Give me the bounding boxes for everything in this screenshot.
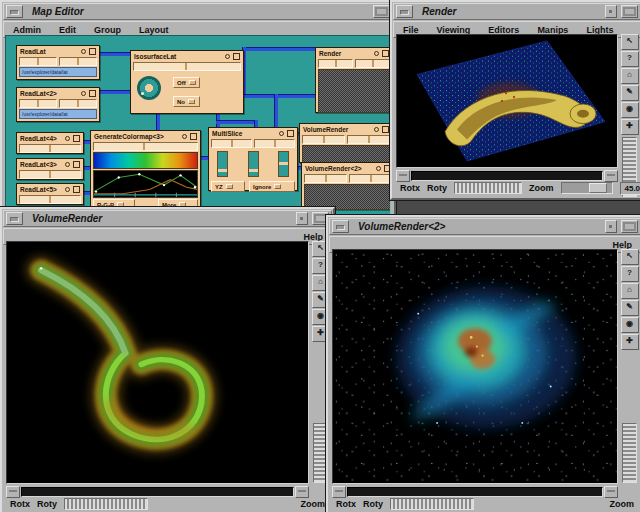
module-open-icon[interactable]: [233, 53, 240, 60]
corner-box[interactable]: [604, 486, 618, 498]
module-open-icon[interactable]: [73, 161, 80, 168]
seek-icon[interactable]: ✚: [621, 119, 639, 135]
module-readlat2[interactable]: ReadLat<2> /usr/explorer/data/lat: [16, 87, 100, 122]
param-slider[interactable]: [93, 142, 198, 151]
minimize-icon[interactable]: [296, 212, 308, 225]
corner-box[interactable]: [604, 170, 618, 182]
module-volumerender2[interactable]: VolumeRender<2>: [301, 162, 391, 210]
menu-group[interactable]: Group: [85, 25, 130, 35]
seek-icon[interactable]: ✚: [621, 334, 639, 350]
menu-editors[interactable]: Editors: [479, 25, 528, 35]
module-open-icon[interactable]: [89, 48, 96, 55]
corner-box[interactable]: [396, 170, 410, 182]
module-render[interactable]: Render: [315, 47, 391, 113]
filename-field[interactable]: /usr/explorer/data/lat: [19, 67, 97, 77]
volumerender2-viewport[interactable]: [332, 249, 618, 484]
option-menu-off[interactable]: Off: [173, 77, 200, 88]
param-slider[interactable]: [19, 195, 81, 204]
zoom-slider[interactable]: [561, 182, 613, 194]
window-menu-icon[interactable]: [6, 212, 23, 225]
param-slider[interactable]: [59, 99, 97, 108]
maximize-icon[interactable]: [621, 5, 638, 18]
param-slider[interactable]: [211, 139, 252, 148]
scroll-trough[interactable]: [21, 487, 294, 497]
module-open-icon[interactable]: [287, 130, 294, 137]
module-generatecolormap[interactable]: GenerateColormap<3> R-G-B More Opacity R…: [90, 130, 201, 212]
module-multislice[interactable]: MultiSlice YZ Ignore: [208, 127, 298, 191]
module-open-icon[interactable]: [382, 126, 389, 133]
module-collapse-icon[interactable]: [65, 136, 70, 141]
help-icon[interactable]: ?: [621, 51, 639, 67]
maximize-icon[interactable]: [373, 5, 390, 18]
volumerender2-titlebar[interactable]: VolumeRender<2>: [329, 218, 640, 235]
menu-help[interactable]: Help: [604, 240, 640, 250]
render-viewport[interactable]: [396, 34, 618, 168]
volumerender-viewport[interactable]: [6, 241, 309, 484]
module-volumerender[interactable]: VolumeRender: [299, 123, 391, 163]
home-icon[interactable]: ⌂: [621, 283, 639, 299]
vertical-slider[interactable]: [278, 151, 289, 177]
menu-admin[interactable]: Admin: [4, 25, 50, 35]
param-slider[interactable]: [349, 174, 391, 183]
filename-field[interactable]: /usr/explorer/data/lat: [19, 109, 97, 119]
corner-box[interactable]: [295, 486, 309, 498]
maximize-icon[interactable]: [621, 220, 638, 233]
param-slider[interactable]: [19, 144, 81, 153]
corner-box[interactable]: [6, 486, 20, 498]
minimize-icon[interactable]: [605, 220, 617, 233]
window-menu-icon[interactable]: [6, 5, 23, 18]
menu-layout[interactable]: Layout: [130, 25, 178, 35]
scroll-trough[interactable]: [347, 487, 603, 497]
module-readlat[interactable]: ReadLat /usr/explorer/data/lat: [16, 45, 100, 80]
vertical-slider[interactable]: [248, 151, 259, 177]
module-readlat5[interactable]: ReadLat<5>: [16, 183, 84, 205]
window-menu-icon[interactable]: [396, 5, 413, 18]
param-slider[interactable]: [133, 62, 241, 71]
module-open-icon[interactable]: [73, 135, 80, 142]
window-menu-icon[interactable]: [332, 220, 349, 233]
param-slider[interactable]: [19, 57, 57, 66]
module-open-icon[interactable]: [89, 90, 96, 97]
param-slider[interactable]: [318, 59, 353, 68]
set-home-icon[interactable]: ✎: [621, 85, 639, 101]
module-readlat4[interactable]: ReadLat<4>: [16, 132, 84, 154]
set-home-icon[interactable]: ✎: [621, 300, 639, 316]
module-open-icon[interactable]: [382, 50, 389, 57]
param-slider[interactable]: [59, 57, 97, 66]
map-editor-titlebar[interactable]: Map Editor: [3, 3, 393, 20]
param-slider[interactable]: [347, 135, 390, 144]
colormap-strip[interactable]: [93, 152, 198, 169]
param-slider[interactable]: [254, 139, 295, 148]
colormap-curve-editor[interactable]: [93, 170, 198, 198]
menu-file[interactable]: File: [394, 25, 428, 35]
module-collapse-icon[interactable]: [225, 54, 230, 59]
view-all-icon[interactable]: ◉: [621, 317, 639, 333]
roty-thumbwheel[interactable]: [454, 182, 522, 194]
param-slider[interactable]: [304, 174, 347, 183]
scroll-trough[interactable]: [411, 171, 603, 181]
view-all-icon[interactable]: ◉: [621, 102, 639, 118]
menu-manips[interactable]: Manips: [528, 25, 577, 35]
home-icon[interactable]: ⌂: [621, 68, 639, 84]
param-slider[interactable]: [19, 170, 81, 179]
render-titlebar[interactable]: Render: [393, 3, 640, 20]
dial-widget[interactable]: [137, 76, 161, 100]
zoom-thumbwheel[interactable]: [622, 423, 637, 483]
module-collapse-icon[interactable]: [374, 127, 379, 132]
zoom-value[interactable]: 45.0: [620, 182, 640, 195]
module-collapse-icon[interactable]: [81, 49, 86, 54]
option-menu-no[interactable]: No: [173, 96, 200, 107]
option-menu-yz[interactable]: YZ: [211, 181, 245, 192]
module-collapse-icon[interactable]: [279, 131, 284, 136]
module-collapse-icon[interactable]: [376, 166, 381, 171]
menu-lights[interactable]: Lights: [577, 25, 622, 35]
volumerender-titlebar[interactable]: VolumeRender: [3, 210, 332, 227]
menu-edit[interactable]: Edit: [50, 25, 85, 35]
pointer-icon[interactable]: ↖: [621, 249, 639, 265]
module-collapse-icon[interactable]: [65, 162, 70, 167]
module-collapse-icon[interactable]: [374, 51, 379, 56]
param-slider[interactable]: [19, 99, 57, 108]
module-collapse-icon[interactable]: [182, 134, 187, 139]
roty-thumbwheel[interactable]: [64, 498, 148, 510]
menu-viewing[interactable]: Viewing: [428, 25, 480, 35]
